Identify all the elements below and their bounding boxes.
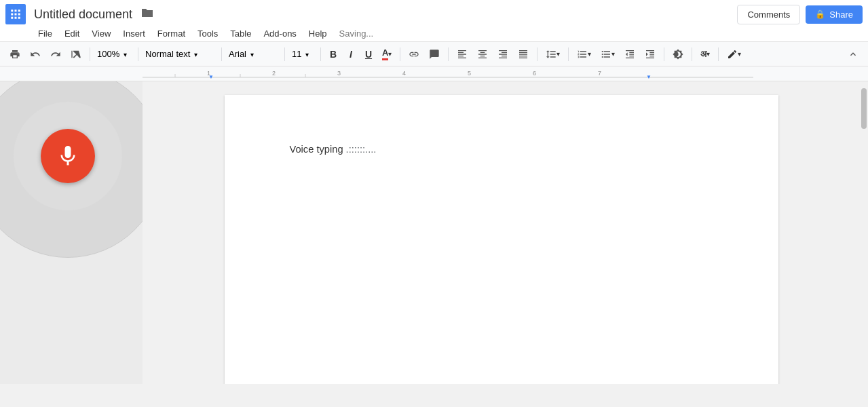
scrollbar-thumb[interactable]: [861, 88, 867, 129]
svg-text:7: 7: [598, 70, 601, 77]
google-apps-icon[interactable]: [5, 4, 26, 24]
svg-text:2: 2: [272, 70, 276, 77]
style-dropdown-icon: [193, 49, 197, 59]
svg-text:3: 3: [337, 70, 341, 77]
svg-text:4: 4: [402, 70, 406, 77]
numbered-list-button[interactable]: ▾: [573, 46, 595, 62]
share-label: Share: [829, 9, 853, 20]
menu-file[interactable]: File: [33, 26, 58, 41]
separator-5: [320, 47, 321, 61]
separator-7: [448, 47, 449, 61]
svg-text:5: 5: [468, 70, 471, 77]
svg-rect-7: [15, 17, 17, 19]
bold-button[interactable]: B: [325, 46, 341, 62]
bulleted-list-dropdown: ▾: [611, 50, 615, 58]
separator-12: [718, 47, 719, 61]
document[interactable]: Voice typing .::::::....: [225, 95, 778, 384]
microphone-icon: [56, 144, 80, 168]
link-button[interactable]: [404, 46, 423, 62]
share-button[interactable]: 🔒 Share: [806, 5, 863, 24]
separator-3: [221, 47, 222, 61]
separator-8: [537, 47, 537, 61]
increase-indent-button[interactable]: [641, 46, 660, 62]
svg-text:6: 6: [533, 70, 536, 77]
line-spacing-dropdown: ▾: [556, 50, 560, 58]
menu-tools[interactable]: Tools: [192, 26, 223, 41]
pen-dropdown: ▾: [738, 50, 741, 58]
svg-rect-8: [18, 17, 20, 19]
print-button[interactable]: [5, 46, 24, 62]
line-spacing-button[interactable]: ▾: [542, 46, 564, 62]
svg-rect-2: [18, 9, 20, 12]
separator-6: [400, 47, 400, 61]
zoom-select[interactable]: 100%: [94, 47, 134, 60]
menu-addons[interactable]: Add-ons: [258, 26, 301, 41]
svg-rect-5: [18, 14, 20, 16]
voice-inner-circle: [14, 102, 122, 210]
clear-formatting-button[interactable]: [668, 46, 687, 62]
menu-edit[interactable]: Edit: [59, 26, 85, 41]
lock-icon: 🔒: [815, 9, 825, 19]
align-left-button[interactable]: [453, 46, 472, 62]
bulleted-list-button[interactable]: ▾: [597, 46, 619, 62]
font-select[interactable]: Arial: [226, 47, 280, 60]
align-right-button[interactable]: [493, 46, 512, 62]
voice-typing-label: Voice typing: [290, 144, 343, 155]
separator-1: [90, 47, 90, 61]
menu-view[interactable]: View: [86, 26, 116, 41]
underline-button[interactable]: U: [360, 46, 377, 62]
comments-button[interactable]: Comments: [737, 5, 800, 24]
scrollbar[interactable]: [860, 81, 868, 384]
voice-panel: [0, 81, 143, 384]
text-color-dropdown: ▾: [388, 50, 392, 58]
font-dropdown-icon: [249, 49, 254, 59]
separator-4: [284, 47, 285, 61]
zoom-value: 100%: [97, 49, 119, 59]
numbered-list-dropdown: ▾: [588, 50, 591, 58]
svg-rect-0: [11, 9, 13, 12]
document-area: Voice typing .::::::....: [143, 81, 860, 384]
voice-typing-dots: .::::::....: [343, 144, 377, 155]
align-center-button[interactable]: [473, 46, 492, 62]
pen-button[interactable]: ▾: [723, 46, 745, 62]
undo-button[interactable]: [26, 46, 45, 62]
font-size-dropdown-icon: [304, 49, 309, 59]
text-color-button[interactable]: A ▾: [378, 45, 396, 63]
saving-status: Saving...: [339, 28, 374, 39]
doc-content: Voice typing .::::::....: [290, 144, 713, 155]
separator-2: [138, 47, 138, 61]
style-select[interactable]: Normal text: [143, 47, 217, 60]
menu-table[interactable]: Table: [225, 26, 257, 41]
font-size-value: 11: [292, 49, 301, 59]
paint-format-button[interactable]: [67, 46, 86, 62]
text-color-icon: A: [382, 47, 388, 60]
svg-rect-1: [15, 9, 17, 12]
svg-rect-4: [15, 14, 17, 16]
comment-button[interactable]: [425, 46, 444, 62]
mic-button[interactable]: [41, 129, 95, 183]
separator-11: [692, 47, 692, 61]
ruler: 1 2 3 4 5 6 7 ▼ ▼: [0, 66, 868, 81]
svg-rect-6: [11, 17, 13, 19]
menu-insert[interactable]: Insert: [117, 26, 151, 41]
style-value: Normal text: [145, 49, 190, 59]
font-size-select[interactable]: 11: [289, 47, 316, 60]
redo-button[interactable]: [46, 46, 65, 62]
separator-9: [568, 47, 569, 61]
svg-text:▼: ▼: [646, 74, 652, 80]
justify-button[interactable]: [514, 46, 533, 62]
svg-text:▼: ▼: [208, 74, 214, 80]
italic-button[interactable]: I: [343, 46, 359, 62]
doc-title[interactable]: Untitled document: [31, 6, 135, 23]
separator-10: [664, 47, 664, 61]
collapse-toolbar-button[interactable]: [844, 46, 863, 62]
input-tools-button[interactable]: अ ▾: [696, 46, 714, 62]
input-tools-dropdown: ▾: [706, 50, 710, 58]
input-tools-icon: अ: [700, 49, 706, 60]
menu-help[interactable]: Help: [303, 26, 333, 41]
font-value: Arial: [229, 49, 246, 59]
decrease-indent-button[interactable]: [620, 46, 639, 62]
zoom-dropdown-icon: [122, 49, 127, 59]
folder-icon[interactable]: [140, 7, 154, 22]
menu-format[interactable]: Format: [152, 26, 191, 41]
